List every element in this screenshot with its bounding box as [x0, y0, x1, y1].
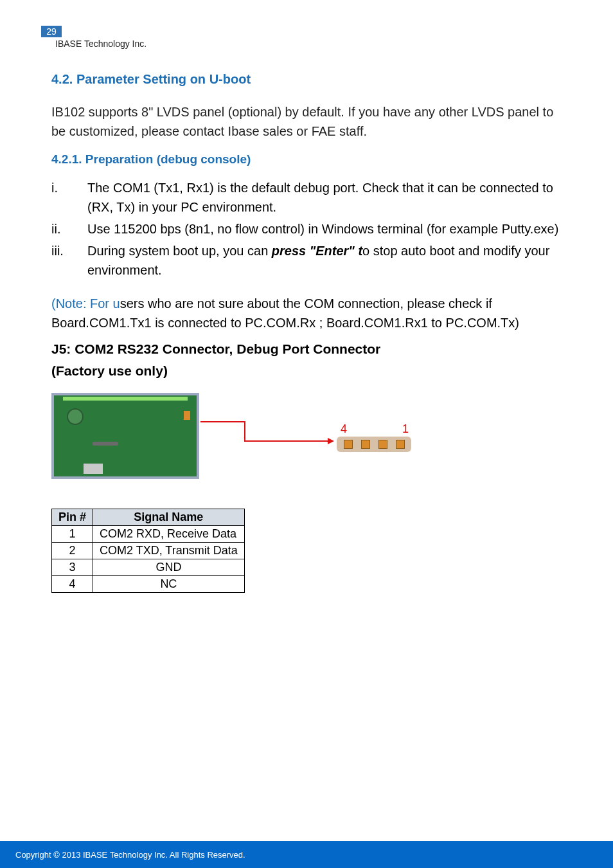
- table-header-signal: Signal Name: [93, 509, 245, 526]
- list-text-pre: During system boot up, you can: [87, 244, 272, 258]
- arrow-segment: [244, 440, 330, 442]
- list-text-em: press "Enter" t: [272, 244, 362, 258]
- table-row: 3 GND: [52, 559, 245, 576]
- table-row: 2 COM2 TXD, Transmit Data: [52, 543, 245, 559]
- list-num: ii.: [51, 219, 87, 239]
- cell-signal: NC: [93, 576, 245, 593]
- heading-4-2: 4.2. Parameter Setting on U-boot: [51, 72, 562, 87]
- note-blue: (Note: For u: [51, 296, 120, 311]
- heading-4-2-1: 4.2.1. Preparation (debug console): [51, 152, 562, 167]
- list-text: The COM1 (Tx1, Rx1) is the default debug…: [87, 178, 562, 217]
- list-num: iii.: [51, 241, 87, 280]
- footer-text: Copyright © 2013 IBASE Technology Inc. A…: [15, 850, 245, 860]
- list-text: Use 115200 bps (8n1, no flow control) in…: [87, 219, 562, 239]
- list-num: i.: [51, 178, 87, 217]
- heading-j5: J5: COM2 RS232 Connector, Debug Port Con…: [51, 341, 562, 357]
- heading-factory: (Factory use only): [51, 363, 562, 379]
- cell-signal: GND: [93, 559, 245, 576]
- footer-bar: Copyright © 2013 IBASE Technology Inc. A…: [0, 841, 613, 868]
- page-number-tab: 29: [41, 26, 62, 37]
- note-rest: sers who are not sure about the COM conn…: [51, 296, 519, 330]
- cell-pin: 2: [52, 543, 93, 559]
- preparation-list: i. The COM1 (Tx1, Rx1) is the default de…: [51, 178, 562, 280]
- arrow-head-icon: [328, 438, 334, 444]
- connector-pins-icon: [337, 437, 411, 452]
- board-image: [51, 393, 199, 479]
- note-paragraph: (Note: For users who are not sure about …: [51, 294, 562, 332]
- list-item: ii. Use 115200 bps (8n1, no flow control…: [51, 219, 562, 239]
- cell-pin: 4: [52, 576, 93, 593]
- arrow-segment: [244, 421, 245, 442]
- pin-table: Pin # Signal Name 1 COM2 RXD, Receive Da…: [51, 509, 245, 593]
- intro-paragraph: IB102 supports 8" LVDS panel (optional) …: [51, 102, 562, 141]
- cell-pin: 1: [52, 526, 93, 543]
- table-header-pin: Pin #: [52, 509, 93, 526]
- table-row: 1 COM2 RXD, Receive Data: [52, 526, 245, 543]
- cell-signal: COM2 TXD, Transmit Data: [93, 543, 245, 559]
- list-item: iii. During system boot up, you can pres…: [51, 241, 562, 280]
- cell-signal: COM2 RXD, Receive Data: [93, 526, 245, 543]
- table-row: 4 NC: [52, 576, 245, 593]
- connector-label-4: 4: [341, 422, 347, 436]
- list-item: i. The COM1 (Tx1, Rx1) is the default de…: [51, 178, 562, 217]
- org-name: IBASE Technology Inc.: [55, 39, 147, 49]
- list-text: During system boot up, you can press "En…: [87, 241, 562, 280]
- arrow-segment: [200, 421, 245, 422]
- connector-diagram: 4 1: [51, 390, 411, 493]
- connector-label-1: 1: [402, 422, 409, 436]
- cell-pin: 3: [52, 559, 93, 576]
